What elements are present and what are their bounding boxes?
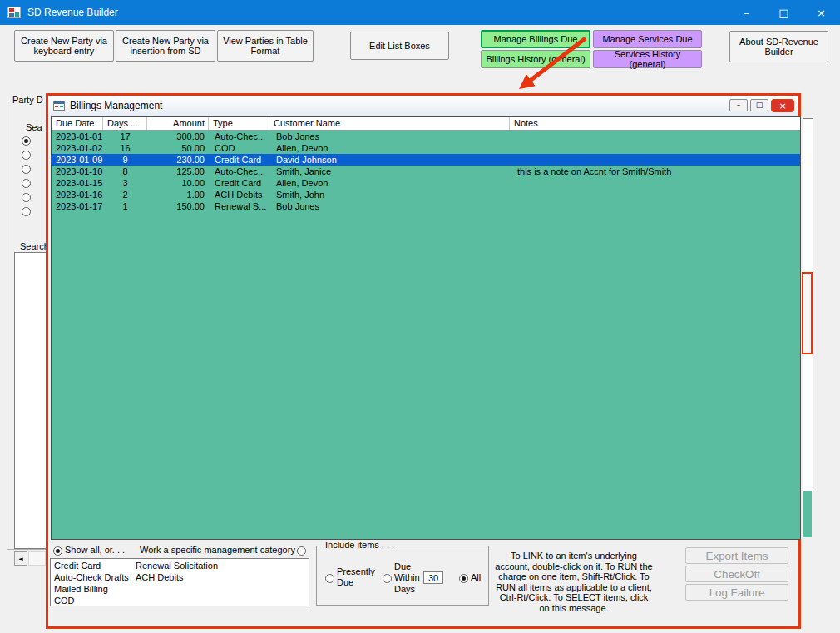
category-listbox: Credit Card Auto-Check Drafts Mailed Bil… [50,558,309,606]
table-row[interactable]: 2023-01-10 8 125.00 Auto-Chec... Smith, … [52,166,800,177]
main-window-title: SD Revenue Builder [27,7,118,18]
search-option-radio[interactable] [22,136,31,146]
all-radio[interactable] [459,574,468,583]
app-icon [7,7,21,18]
checkoff-completion-button[interactable]: CheckOff Completion [685,566,788,582]
show-all-label: Show all, or. . . [65,545,125,555]
table-row[interactable]: 2023-01-17 1 150.00 Renewal S... Bob Jon… [52,200,800,212]
search-options-label: Sea [24,122,44,132]
minimize-button[interactable]: – [728,0,765,25]
party-details-label: Party D [11,95,45,105]
column-header-days[interactable]: Days ... [103,117,147,130]
within-label: Within [394,572,420,582]
manage-billings-due-button[interactable]: Manage Billings Due [481,30,590,48]
presently-due-label: Presently Due [337,566,380,588]
search-option-radio[interactable] [22,165,31,174]
table-row-selected[interactable]: 2023-01-09 9 230.00 Credit Card David Jo… [52,154,800,166]
category-item[interactable]: Renewal Solicitation [134,560,220,571]
instructions-text[interactable]: To LINK to an item's underlying account,… [494,551,654,614]
billings-close-button[interactable]: × [771,99,794,112]
column-header-customer-name[interactable]: Customer Name [269,117,510,130]
create-party-keyboard-button[interactable]: Create New Party via keyboard entry [14,30,114,62]
column-header-due-date[interactable]: Due Date [52,117,103,130]
right-panel-highlight-fragment [802,272,813,354]
close-button[interactable]: × [803,0,840,25]
category-item[interactable]: Auto-Check Drafts [52,571,131,583]
billings-management-window: Billings Management – □ × Due Date Days … [46,93,801,629]
left-arrow-icon: ◄ [18,556,22,562]
due-label: Due [394,561,411,571]
category-item[interactable]: Mailed Billing [52,583,131,595]
presently-due-radio[interactable] [325,574,334,583]
billings-footer: Show all, or. . . Work a specific manage… [48,540,798,626]
about-button[interactable]: About SD-Revenue Builder [729,31,828,62]
desktop: { "colors": { "titlebar_blue": "#0c7bd8"… [0,0,840,633]
billings-history-button[interactable]: Billings History (general) [481,50,590,68]
billings-window-title: Billings Management [70,100,162,111]
category-item[interactable]: ACH Debits [134,571,220,583]
include-items-groupbox: Include items . . . Presently Due Due Wi… [316,546,489,606]
edit-list-boxes-button[interactable]: Edit List Boxes [350,32,449,60]
search-option-radio[interactable] [22,151,31,160]
main-titlebar[interactable]: SD Revenue Builder – □ × [0,0,840,25]
category-item[interactable]: COD [52,595,131,606]
column-header-notes[interactable]: Notes [510,117,800,130]
column-header-type[interactable]: Type [209,117,269,130]
party-list-fragment[interactable] [14,252,49,549]
table-header-row: Due Date Days ... Amount Type Customer N… [52,117,800,131]
search-option-radio[interactable] [22,179,31,188]
work-specific-radio[interactable] [297,546,306,556]
billings-window-icon [53,101,65,111]
table-row[interactable]: 2023-01-01 17 300.00 Auto-Chec... Bob Jo… [52,131,800,142]
show-all-radio[interactable] [53,546,62,556]
category-item[interactable]: Credit Card [52,560,131,571]
services-history-button[interactable]: Services History (general) [593,50,702,68]
days-label: Days [394,584,415,594]
right-panel-list-fragment [803,491,812,537]
search-option-radio[interactable] [22,193,31,202]
scroll-left-button[interactable]: ◄ [14,551,27,566]
log-failure-button[interactable]: Log Failure [685,584,788,601]
include-items-label: Include items . . . [323,540,397,550]
search-option-radio[interactable] [22,207,31,216]
billings-maximize-button[interactable]: □ [750,99,768,111]
maximize-button[interactable]: □ [765,0,803,25]
column-header-amount[interactable]: Amount [147,117,209,130]
billings-titlebar[interactable]: Billings Management – □ × [48,96,798,116]
all-label: All [471,572,481,582]
view-parties-table-button[interactable]: View Parties in Table Format [217,30,314,62]
manage-services-due-button[interactable]: Manage Services Due [593,30,702,48]
due-within-radio[interactable] [383,574,392,583]
horizontal-scrollbar-track[interactable] [28,551,46,566]
due-within-days-input[interactable] [423,571,443,584]
create-party-insertion-button[interactable]: Create New Party via insertion from SD [116,30,215,62]
table-row[interactable]: 2023-01-02 16 50.00 COD Allen, Devon [52,142,800,154]
billings-table: Due Date Days ... Amount Type Customer N… [51,116,801,540]
table-row[interactable]: 2023-01-16 2 1.00 ACH Debits Smith, John [52,189,800,200]
table-body: 2023-01-01 17 300.00 Auto-Chec... Bob Jo… [52,131,800,539]
export-items-button[interactable]: Export Items Selected [685,547,788,564]
work-specific-label: Work a specific management category [140,545,295,555]
billings-minimize-button[interactable]: – [729,99,748,111]
table-row[interactable]: 2023-01-15 3 10.00 Credit Card Allen, De… [52,177,800,189]
